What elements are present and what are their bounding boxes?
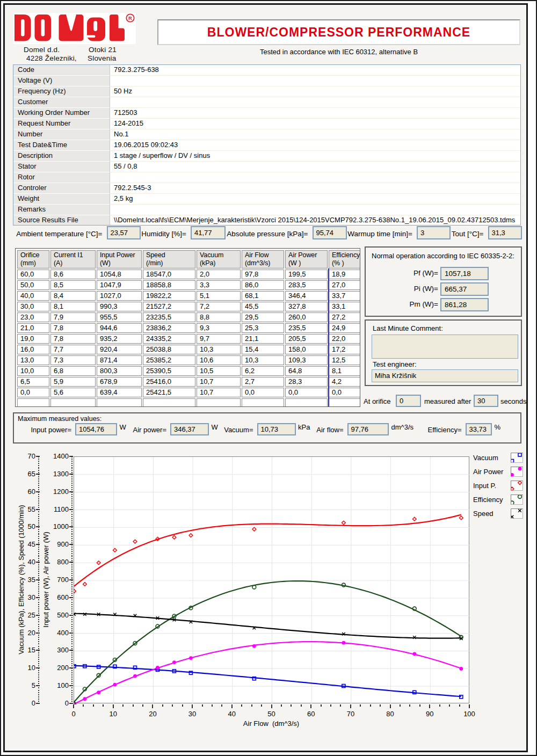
info-row-label: Test Date&Time: [13, 140, 110, 151]
table-cell: 27,0: [329, 280, 360, 290]
info-row-value: [110, 172, 520, 183]
info-row-label: Request Number: [13, 119, 110, 129]
legend-marker-icon: [511, 453, 523, 462]
table-cell: 9,3: [197, 323, 241, 333]
legend-swatch-efficiency[interactable]: [511, 495, 523, 505]
x-tick: [370, 704, 371, 707]
seconds-input[interactable]: 30: [474, 395, 498, 407]
table-cell: 5,9: [50, 377, 96, 387]
max-value-label: Vacuum=: [173, 426, 253, 434]
info-row-label: Code: [13, 65, 110, 76]
power-field-value[interactable]: 861,28: [440, 298, 489, 311]
table-cell: 18858,8: [143, 280, 195, 290]
x-tick: [321, 704, 322, 707]
data-point-marker: [133, 674, 137, 678]
info-row-label: Description: [13, 151, 110, 162]
data-point-marker: [518, 495, 522, 498]
table-cell: 6,5: [17, 377, 49, 387]
info-row: NumberNo.1: [13, 129, 520, 140]
table-cell: 6,8: [50, 366, 96, 376]
table-cell: 7,2: [197, 302, 241, 311]
legend-marker-icon: [511, 509, 523, 518]
power-field-label: Pi (W)=: [387, 285, 438, 293]
info-row-label: Remarks: [13, 205, 110, 215]
x-tick: [231, 704, 233, 708]
power-field-value[interactable]: 1057,18: [440, 267, 489, 280]
data-point-marker: [252, 527, 256, 531]
x-tick: [459, 704, 460, 707]
info-row-label: Voltage (V): [13, 76, 110, 86]
table-cell: 4,2: [329, 377, 360, 387]
table-cell: 45,5: [242, 302, 284, 311]
x-tick-label: 70: [340, 710, 361, 718]
table-cell: 23836,2: [143, 323, 195, 333]
measurements-table: Orifice(mm)Current I1(A)Input Power(W)Sp…: [15, 248, 360, 407]
table-cell: 7,7: [50, 345, 96, 354]
condition-label: Absolute pressure [kPa]=: [201, 230, 308, 238]
seconds-label: seconds: [500, 397, 526, 405]
x-tick-label: 90: [419, 710, 440, 718]
info-row: Code792.3.275-638: [13, 65, 520, 76]
table-cell: 199,5: [285, 270, 328, 279]
x-tick: [449, 704, 450, 707]
table-cell: 40,0: [17, 291, 49, 301]
logo-block: R: [13, 13, 136, 44]
data-point-marker: [459, 516, 463, 520]
data-point-marker: [189, 656, 193, 660]
table-cell: [17, 398, 49, 407]
x-tick-label: 80: [380, 710, 401, 718]
y-axis-line: [38, 456, 39, 704]
data-point-marker: [511, 501, 514, 504]
table-row: 6,55,9678,925416,010,72,728,34,2: [17, 377, 360, 387]
table-cell: 29,5: [242, 312, 284, 322]
table-cell: 8,1: [329, 366, 360, 376]
normal-operation-title: Normal operation according to IEC 60335-…: [372, 252, 514, 260]
x-tick: [103, 704, 104, 707]
data-point-marker: [252, 585, 256, 589]
data-point-marker: [342, 521, 345, 525]
test-engineer-input[interactable]: Miha Kržišnik: [372, 369, 518, 382]
table-cell: 1027,0: [97, 291, 142, 301]
x-tick-label: 100: [459, 710, 480, 718]
table-cell: 0,0: [285, 388, 328, 397]
table-cell: 944,6: [97, 323, 142, 333]
table-cell: 7,8: [50, 334, 96, 344]
data-point-marker: [83, 697, 86, 701]
data-point-marker: [133, 540, 137, 543]
table-cell: [97, 398, 142, 407]
legend-swatch-air-power[interactable]: [511, 467, 523, 477]
legend-label-air-power: Air Power: [473, 468, 503, 476]
x-tick: [360, 704, 361, 707]
x-tick: [172, 704, 173, 707]
legend-swatch-input-p-[interactable]: [511, 481, 523, 491]
legend-marker-icon: [511, 495, 523, 504]
data-point-marker: [113, 683, 117, 687]
series-line-speed: [74, 614, 461, 638]
table-cell: 28,3: [285, 377, 328, 387]
data-point-marker: [518, 509, 521, 512]
x-tick: [291, 704, 292, 707]
info-row-label: Customer: [13, 97, 110, 108]
info-row: Stator55 / 0,8: [13, 162, 520, 172]
last-minute-comment-input[interactable]: [372, 335, 518, 359]
data-point-marker: [97, 690, 100, 694]
inner-y-axis-title: Input power (W), Air power (W): [42, 446, 50, 714]
column-header: Orifice(mm): [17, 250, 49, 268]
table-cell: 13,0: [17, 355, 49, 365]
legend-label-input-p-: Input P.: [473, 482, 496, 490]
x-tick: [330, 704, 331, 707]
normal-operation-groupbox: Normal operation according to IEC 60335-…: [365, 246, 522, 317]
comment-groupbox: Last Minute Comment: Test engineer: Miha…: [365, 319, 522, 386]
legend-swatch-vacuum[interactable]: [511, 453, 523, 463]
orifice-input[interactable]: 0: [396, 395, 421, 407]
condition-value-input[interactable]: 31,3: [488, 226, 522, 239]
power-field-value[interactable]: 665,37: [440, 282, 489, 296]
x-tick-label: 40: [221, 710, 243, 718]
data-point-marker: [252, 644, 256, 648]
max-value-label: Efficiency=: [381, 426, 462, 434]
info-row: Rotor: [13, 172, 520, 183]
table-cell: 10,6: [197, 355, 241, 365]
x-tick: [162, 704, 163, 707]
legend-swatch-speed[interactable]: [511, 508, 523, 519]
table-row: 13,07,3871,425385,210,610,3109,312,5: [17, 355, 360, 365]
